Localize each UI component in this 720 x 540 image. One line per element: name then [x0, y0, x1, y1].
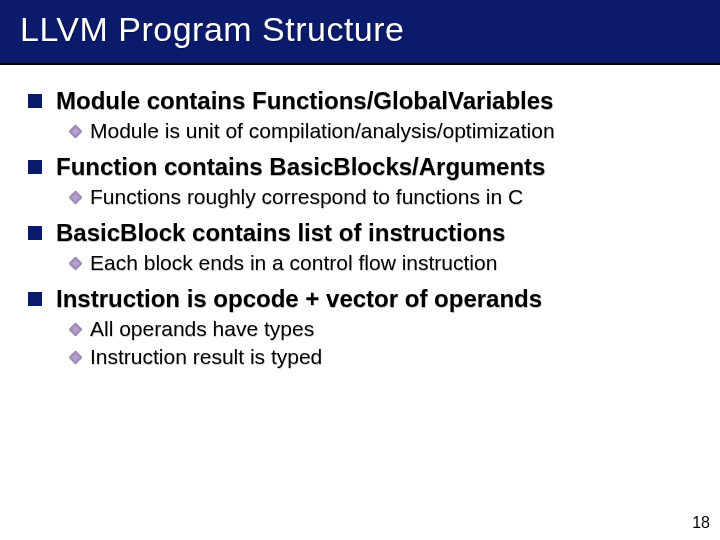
- diamond-bullet-icon: [68, 256, 82, 270]
- bullet-level1: Function contains BasicBlocks/Arguments: [28, 153, 692, 181]
- bullet-heading: Function contains BasicBlocks/Arguments: [56, 153, 545, 181]
- diamond-bullet-icon: [68, 350, 82, 364]
- bullet-subtext: Each block ends in a control flow instru…: [90, 251, 497, 275]
- bullet-level2: Instruction result is typed: [68, 345, 692, 369]
- slide-content: Module contains Functions/GlobalVariable…: [0, 65, 720, 369]
- bullet-heading: Module contains Functions/GlobalVariable…: [56, 87, 553, 115]
- diamond-bullet-icon: [68, 124, 82, 138]
- square-bullet-icon: [28, 94, 42, 108]
- bullet-level1: Instruction is opcode + vector of operan…: [28, 285, 692, 313]
- title-bar: LLVM Program Structure: [0, 0, 720, 65]
- bullet-subtext: Functions roughly correspond to function…: [90, 185, 523, 209]
- bullet-subtext: All operands have types: [90, 317, 314, 341]
- diamond-bullet-icon: [68, 322, 82, 336]
- bullet-heading: Instruction is opcode + vector of operan…: [56, 285, 542, 313]
- bullet-heading: BasicBlock contains list of instructions: [56, 219, 505, 247]
- bullet-subtext: Module is unit of compilation/analysis/o…: [90, 119, 555, 143]
- diamond-bullet-icon: [68, 190, 82, 204]
- bullet-level2: Module is unit of compilation/analysis/o…: [68, 119, 692, 143]
- bullet-level1: BasicBlock contains list of instructions: [28, 219, 692, 247]
- square-bullet-icon: [28, 292, 42, 306]
- square-bullet-icon: [28, 160, 42, 174]
- bullet-level1: Module contains Functions/GlobalVariable…: [28, 87, 692, 115]
- slide-title: LLVM Program Structure: [20, 10, 700, 49]
- slide-number: 18: [692, 514, 710, 532]
- bullet-subtext: Instruction result is typed: [90, 345, 322, 369]
- bullet-level2: Each block ends in a control flow instru…: [68, 251, 692, 275]
- bullet-level2: All operands have types: [68, 317, 692, 341]
- square-bullet-icon: [28, 226, 42, 240]
- bullet-level2: Functions roughly correspond to function…: [68, 185, 692, 209]
- slide: LLVM Program Structure Module contains F…: [0, 0, 720, 540]
